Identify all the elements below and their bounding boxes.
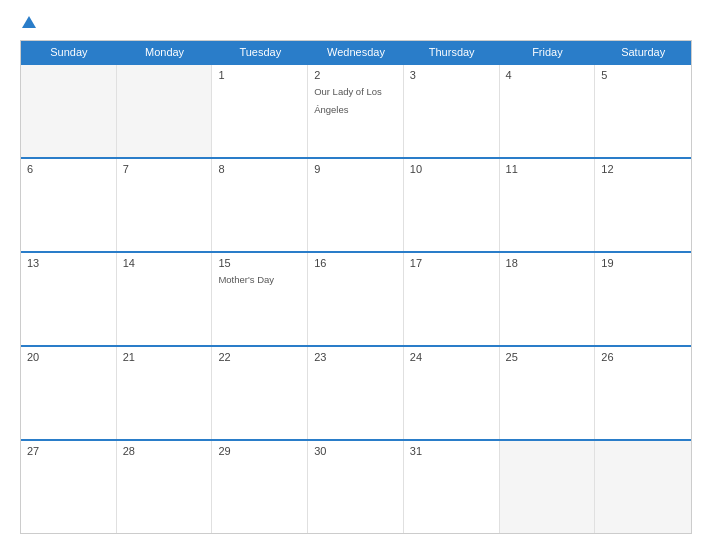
calendar-day-cell: 10 (404, 159, 500, 251)
calendar-week: 6789101112 (21, 157, 691, 251)
day-number: 5 (601, 69, 685, 81)
day-of-week-header: Saturday (595, 41, 691, 63)
calendar-day-cell: 6 (21, 159, 117, 251)
calendar-week: 131415Mother's Day16171819 (21, 251, 691, 345)
calendar-day-cell: 23 (308, 347, 404, 439)
day-number: 10 (410, 163, 493, 175)
calendar: SundayMondayTuesdayWednesdayThursdayFrid… (20, 40, 692, 534)
day-number: 2 (314, 69, 397, 81)
calendar-day-cell: 16 (308, 253, 404, 345)
calendar-day-cell: 19 (595, 253, 691, 345)
calendar-day-cell (21, 65, 117, 157)
calendar-day-cell: 18 (500, 253, 596, 345)
day-number: 7 (123, 163, 206, 175)
holiday-label: Our Lady of Los Ángeles (314, 86, 382, 115)
calendar-week: 20212223242526 (21, 345, 691, 439)
day-number: 30 (314, 445, 397, 457)
calendar-day-cell: 28 (117, 441, 213, 533)
calendar-day-cell: 20 (21, 347, 117, 439)
calendar-day-cell: 27 (21, 441, 117, 533)
day-of-week-header: Thursday (404, 41, 500, 63)
calendar-week: 2728293031 (21, 439, 691, 533)
calendar-day-cell: 24 (404, 347, 500, 439)
calendar-header: SundayMondayTuesdayWednesdayThursdayFrid… (21, 41, 691, 63)
day-number: 23 (314, 351, 397, 363)
day-number: 9 (314, 163, 397, 175)
page-header (20, 16, 692, 30)
calendar-day-cell: 14 (117, 253, 213, 345)
day-number: 24 (410, 351, 493, 363)
day-number: 22 (218, 351, 301, 363)
day-of-week-header: Friday (500, 41, 596, 63)
day-number: 21 (123, 351, 206, 363)
calendar-day-cell: 13 (21, 253, 117, 345)
day-number: 13 (27, 257, 110, 269)
calendar-day-cell: 12 (595, 159, 691, 251)
calendar-day-cell: 1 (212, 65, 308, 157)
day-number: 19 (601, 257, 685, 269)
calendar-day-cell: 17 (404, 253, 500, 345)
day-number: 31 (410, 445, 493, 457)
day-number: 15 (218, 257, 301, 269)
day-number: 16 (314, 257, 397, 269)
day-of-week-header: Sunday (21, 41, 117, 63)
day-number: 28 (123, 445, 206, 457)
day-number: 12 (601, 163, 685, 175)
logo-triangle-icon (22, 16, 36, 28)
day-number: 29 (218, 445, 301, 457)
calendar-day-cell: 21 (117, 347, 213, 439)
day-number: 3 (410, 69, 493, 81)
calendar-day-cell: 30 (308, 441, 404, 533)
calendar-day-cell: 31 (404, 441, 500, 533)
day-of-week-header: Tuesday (212, 41, 308, 63)
calendar-day-cell: 26 (595, 347, 691, 439)
day-number: 11 (506, 163, 589, 175)
day-number: 17 (410, 257, 493, 269)
calendar-day-cell: 2Our Lady of Los Ángeles (308, 65, 404, 157)
calendar-day-cell: 3 (404, 65, 500, 157)
calendar-day-cell: 9 (308, 159, 404, 251)
calendar-day-cell (117, 65, 213, 157)
calendar-day-cell (595, 441, 691, 533)
day-number: 25 (506, 351, 589, 363)
day-number: 8 (218, 163, 301, 175)
calendar-day-cell (500, 441, 596, 533)
day-of-week-header: Wednesday (308, 41, 404, 63)
calendar-day-cell: 22 (212, 347, 308, 439)
calendar-day-cell: 15Mother's Day (212, 253, 308, 345)
calendar-day-cell: 8 (212, 159, 308, 251)
calendar-body: 12Our Lady of Los Ángeles345678910111213… (21, 63, 691, 533)
day-number: 14 (123, 257, 206, 269)
logo (20, 16, 36, 30)
day-number: 1 (218, 69, 301, 81)
day-number: 4 (506, 69, 589, 81)
day-number: 6 (27, 163, 110, 175)
calendar-day-cell: 25 (500, 347, 596, 439)
calendar-week: 12Our Lady of Los Ángeles345 (21, 63, 691, 157)
day-of-week-header: Monday (117, 41, 213, 63)
calendar-day-cell: 11 (500, 159, 596, 251)
day-number: 26 (601, 351, 685, 363)
calendar-day-cell: 29 (212, 441, 308, 533)
calendar-day-cell: 7 (117, 159, 213, 251)
calendar-day-cell: 4 (500, 65, 596, 157)
calendar-day-cell: 5 (595, 65, 691, 157)
day-number: 20 (27, 351, 110, 363)
day-number: 27 (27, 445, 110, 457)
holiday-label: Mother's Day (218, 274, 274, 285)
day-number: 18 (506, 257, 589, 269)
